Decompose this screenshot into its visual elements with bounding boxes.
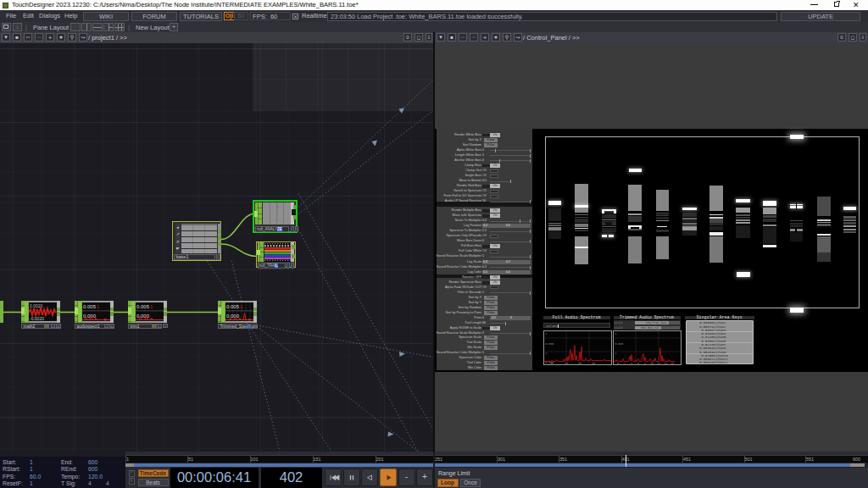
svg-text:0: 0 <box>617 362 619 365</box>
svg-text:0.000: 0.000 <box>136 313 150 318</box>
svg-text:12: 12 <box>657 362 660 365</box>
svg-text:0.000: 0.000 <box>226 313 240 318</box>
svg-text:1: 1 <box>615 352 617 355</box>
svg-text:0.500: 0.500 <box>545 342 554 346</box>
svg-text:16: 16 <box>670 362 674 365</box>
svg-text:1: 1 <box>150 304 153 309</box>
svg-text:15: 15 <box>565 362 568 365</box>
svg-text:14: 14 <box>664 362 667 365</box>
svg-text:1: 1 <box>545 332 547 336</box>
svg-text:1: 1 <box>615 332 617 336</box>
svg-text:30: 30 <box>578 362 581 365</box>
svg-text:0.0020: 0.0020 <box>30 302 43 308</box>
svg-text:8: 8 <box>644 362 646 365</box>
svg-text:0.005: 0.005 <box>83 304 97 309</box>
svg-text:2: 2 <box>624 362 626 365</box>
svg-text:6: 6 <box>637 362 639 365</box>
svg-text:0.500: 0.500 <box>615 342 624 346</box>
svg-text:-0.0020: -0.0020 <box>30 316 44 321</box>
svg-text:0: 0 <box>551 362 553 365</box>
svg-text:10: 10 <box>650 362 654 365</box>
svg-text:1: 1 <box>240 304 243 309</box>
svg-text:0.000: 0.000 <box>83 313 97 318</box>
svg-text:0.005: 0.005 <box>226 304 240 309</box>
svg-text:4: 4 <box>631 362 632 365</box>
svg-text:45: 45 <box>592 362 595 365</box>
svg-text:1: 1 <box>97 304 100 309</box>
svg-text:1: 1 <box>545 352 547 355</box>
svg-text:0.005: 0.005 <box>136 304 150 309</box>
